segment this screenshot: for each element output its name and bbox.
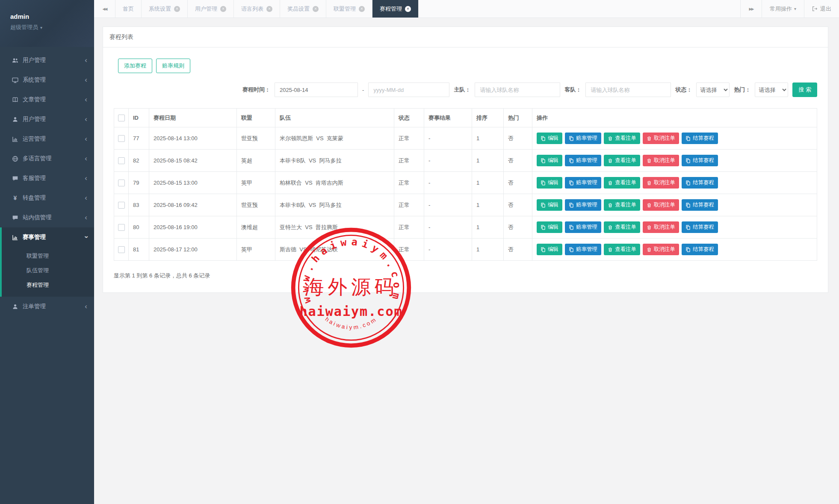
view-bets-button[interactable]: 查看注单 [604,221,640,233]
status-select[interactable]: 请选择 [696,83,730,97]
cancel-bets-button[interactable]: 取消注单 [643,221,679,233]
row-checkbox[interactable] [118,180,125,186]
sidebar-link-match-mgmt[interactable]: 赛事管理‹ [2,227,94,247]
sidebar-subitem-schedule-mgmt[interactable]: 赛程管理 [2,278,94,292]
tabs-scroll-left-button[interactable]: ◀◀ [94,0,115,18]
sidebar-link-multilang-mgmt[interactable]: 多语言管理‹ [2,149,94,168]
edit-button[interactable]: 编辑 [537,221,562,233]
action-label: 赔率管理 [576,246,597,253]
trash-icon [647,136,652,141]
tab-league-mgmt[interactable]: 联盟管理× [326,0,372,18]
sidebar-link-operations-mgmt[interactable]: 运营管理‹ [2,129,94,149]
table-row: 832025-08-16 09:42世亚预本菲卡B队 VS 阿马多拉正常-1否编… [114,194,817,216]
settle-button[interactable]: 结算赛程 [682,199,718,211]
tab-home[interactable]: 首页 [115,0,142,18]
profile-role-label: 超级管理员 [10,24,38,30]
tab-bar-right: ▶▶ 常用操作▾ 退出 [740,0,839,18]
settle-button[interactable]: 结算赛程 [682,177,718,189]
edit-button[interactable]: 编辑 [537,133,562,144]
row-select-cell [114,194,129,216]
hot-select[interactable]: 请选择 [755,83,788,97]
row-checkbox[interactable] [118,135,125,142]
tab-close-icon[interactable]: × [405,6,411,12]
column-header: 联盟 [237,109,275,127]
odds-rules-button[interactable]: 赔率规则 [156,59,190,73]
date-from-input[interactable] [275,83,358,97]
odds-manage-button[interactable]: 赔率管理 [565,177,601,189]
cancel-bets-button[interactable]: 取消注单 [643,199,679,211]
row-checkbox[interactable] [118,157,125,164]
tab-system-settings[interactable]: 系统设置× [142,0,188,18]
away-team-input[interactable] [585,83,671,97]
action-label: 编辑 [548,179,558,186]
row-checkbox[interactable] [118,202,125,209]
odds-manage-button[interactable]: 赔率管理 [565,221,601,233]
cancel-bets-button[interactable]: 取消注单 [643,155,679,166]
sidebar-link-system-mgmt[interactable]: 系统管理‹ [2,70,94,90]
odds-manage-button[interactable]: 赔率管理 [565,244,601,255]
edit-button[interactable]: 编辑 [537,155,562,166]
tab-close-icon[interactable]: × [266,6,272,12]
teams-cell: 斯吉德 VS 明尼苏达联 [275,239,394,261]
profile-role-dropdown[interactable]: 超级管理员▾ [10,24,84,31]
cancel-bets-button[interactable]: 取消注单 [643,244,679,255]
date-to-input[interactable] [368,83,449,97]
odds-manage-button[interactable]: 赔率管理 [565,199,601,211]
settle-button[interactable]: 结算赛程 [682,155,718,166]
odds-manage-button[interactable]: 赔率管理 [565,133,601,144]
cancel-bets-button[interactable]: 取消注单 [643,177,679,189]
copy-icon [541,180,546,186]
row-checkbox[interactable] [118,224,125,231]
view-bets-button[interactable]: 查看注单 [604,177,640,189]
tab-schedule-mgmt[interactable]: 赛程管理× [372,0,419,18]
edit-button[interactable]: 编辑 [537,177,562,189]
tab-close-icon[interactable]: × [313,6,319,12]
row-select-cell [114,239,129,261]
tabs-scroll-right-button[interactable]: ▶▶ [740,0,762,18]
select-all-checkbox[interactable] [118,115,125,121]
profile-username: admin [10,13,84,20]
home-team-input[interactable] [475,83,560,97]
row-checkbox[interactable] [118,246,125,253]
view-bets-button[interactable]: 查看注单 [604,244,640,255]
hot-cell: 否 [504,194,532,216]
settle-button[interactable]: 结算赛程 [682,221,718,233]
tab-close-icon[interactable]: × [174,6,180,12]
action-label: 取消注单 [654,201,675,209]
common-actions-dropdown[interactable]: 常用操作▾ [762,0,804,18]
sidebar-link-service-mgmt[interactable]: 客服管理‹ [2,168,94,188]
settle-button[interactable]: 结算赛程 [682,133,718,144]
result-cell: - [424,127,472,150]
view-bets-button[interactable]: 查看注单 [604,199,640,211]
tab-user-mgmt[interactable]: 用户管理× [188,0,234,18]
chevron-left-icon: ‹ [85,135,87,142]
view-bets-button[interactable]: 查看注单 [604,155,640,166]
sidebar-item-member-mgmt: 用户管理‹ [0,109,94,129]
odds-manage-button[interactable]: 赔率管理 [565,155,601,166]
date-cell: 2025-08-15 08:42 [149,150,237,172]
cancel-bets-button[interactable]: 取消注单 [643,133,679,144]
sidebar-link-member-mgmt[interactable]: 用户管理‹ [2,109,94,129]
view-bets-button[interactable]: 查看注单 [604,133,640,144]
sidebar-link-mail-mgmt[interactable]: 站内信管理‹ [2,208,94,227]
sidebar-subitem-team-mgmt[interactable]: 队伍管理 [2,263,94,278]
tab-language-list[interactable]: 语言列表× [234,0,280,18]
users-icon [12,57,18,64]
tab-close-icon[interactable]: × [220,6,226,12]
logout-button[interactable]: 退出 [804,0,839,18]
edit-button[interactable]: 编辑 [537,199,562,211]
tab-close-icon[interactable]: × [359,6,365,12]
sidebar-link-user-mgmt[interactable]: 用户管理‹ [2,50,94,70]
tab-prize-settings[interactable]: 奖品设置× [280,0,326,18]
sidebar-subitem-league-mgmt[interactable]: 联盟管理 [2,249,94,263]
tab-label: 奖品设置 [287,5,310,13]
sidebar: admin 超级管理员▾ 用户管理‹系统管理‹文章管理‹用户管理‹运营管理‹多语… [0,0,94,504]
sort-cell: 1 [472,127,504,150]
settle-button[interactable]: 结算赛程 [682,244,718,255]
search-button[interactable]: 搜 索 [792,83,817,97]
sidebar-link-bet-mgmt[interactable]: 注单管理‹ [2,297,94,316]
sidebar-link-article-mgmt[interactable]: 文章管理‹ [2,90,94,109]
sidebar-link-wheel-mgmt[interactable]: ¥转盘管理‹ [2,188,94,208]
edit-button[interactable]: 编辑 [537,244,562,255]
add-schedule-button[interactable]: 添加赛程 [118,59,152,73]
